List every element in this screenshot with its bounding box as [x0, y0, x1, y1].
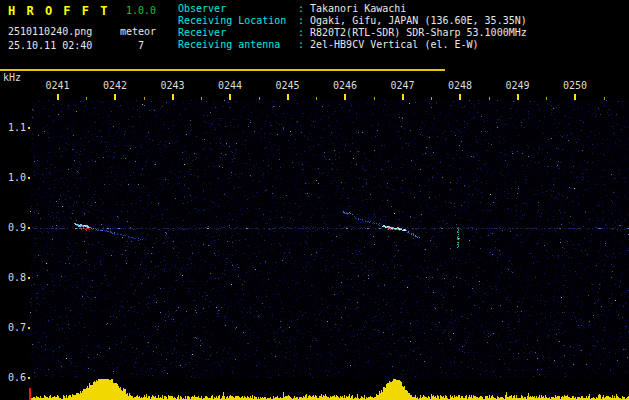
info-row-observer: Observer : Takanori Kawachi — [178, 3, 527, 15]
y-tick-label: 1.0 — [0, 172, 26, 183]
info-value: 2el-HB9CV Vertical (el. E-W) — [310, 39, 479, 51]
hrofft-output: H R O F F T 1.0.0 2510110240.png meteor … — [0, 0, 629, 400]
header-separator — [0, 69, 445, 71]
y-tick-label: 0.7 — [0, 322, 26, 333]
info-label: Receiver — [178, 27, 298, 39]
observation-datetime: 25.10.11 02:40 — [8, 40, 92, 51]
x-tick-label: 0250 — [555, 80, 595, 91]
signal-strength-strip — [30, 378, 629, 400]
x-tick-label: 0248 — [440, 80, 480, 91]
info-colon: : — [298, 27, 310, 39]
x-tick-label: 0247 — [383, 80, 423, 91]
info-label: Receiving antenna — [178, 39, 298, 51]
info-colon: : — [298, 3, 310, 15]
y-tick-label: 0.8 — [0, 272, 26, 283]
echo-count: 7 — [138, 40, 144, 51]
info-colon: : — [298, 39, 310, 51]
spectrogram-canvas — [30, 100, 629, 378]
x-tick-label: 0245 — [268, 80, 308, 91]
x-tick-label: 0246 — [325, 80, 365, 91]
info-row-location: Receiving Location : Ogaki, Gifu, JAPAN … — [178, 15, 527, 27]
info-row-receiver: Receiver : R820T2(RTL-SDR) SDR-Sharp 53.… — [178, 27, 527, 39]
y-axis-unit-label: kHz — [3, 72, 21, 83]
station-info: Observer : Takanori Kawachi Receiving Lo… — [178, 3, 527, 51]
output-filename: 2510110240.png — [8, 26, 92, 37]
x-tick-label: 0242 — [95, 80, 135, 91]
info-value: Takanori Kawachi — [310, 3, 406, 15]
x-tick-label: 0249 — [498, 80, 538, 91]
info-label: Observer — [178, 3, 298, 15]
x-tick-label: 0243 — [153, 80, 193, 91]
info-value: Ogaki, Gifu, JAPAN (136.60E, 35.35N) — [310, 15, 527, 27]
info-colon: : — [298, 15, 310, 27]
x-tick-label: 0241 — [38, 80, 78, 91]
y-tick-label: 0.9 — [0, 222, 26, 233]
observation-mode: meteor — [120, 26, 156, 37]
info-label: Receiving Location — [178, 15, 298, 27]
info-row-antenna: Receiving antenna : 2el-HB9CV Vertical (… — [178, 39, 527, 51]
y-tick-label: 0.6 — [0, 372, 26, 383]
info-value: R820T2(RTL-SDR) SDR-Sharp 53.1000MHz — [310, 27, 527, 39]
strip-start-marker — [29, 388, 31, 400]
x-tick-label: 0244 — [210, 80, 250, 91]
app-info: H R O F F T 1.0.0 2510110240.png meteor … — [8, 3, 178, 65]
app-title: H R O F F T — [8, 4, 109, 18]
y-tick-label: 1.1 — [0, 122, 26, 133]
app-version: 1.0.0 — [126, 5, 156, 16]
